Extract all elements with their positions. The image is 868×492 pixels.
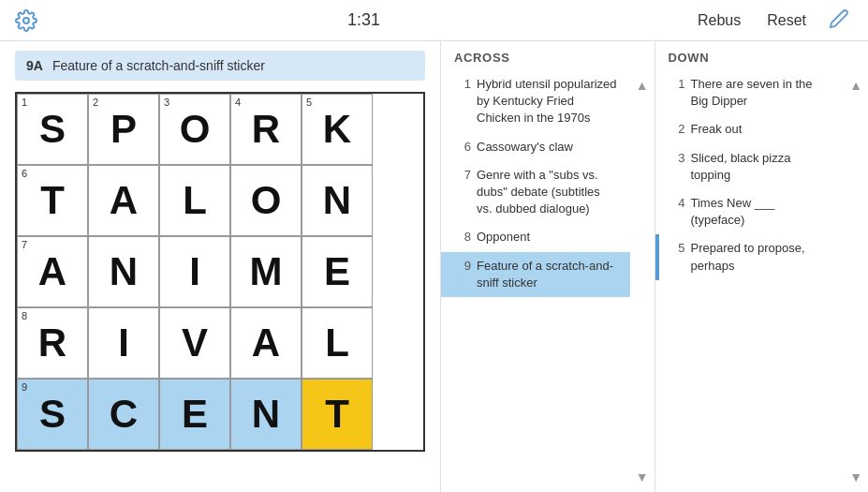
across-scroll-down[interactable]: ▼: [632, 466, 653, 488]
cell-letter: K: [323, 110, 351, 149]
clue-text: Feature of a scratch-and-sniff sticker: [477, 258, 617, 291]
across-scroll-up[interactable]: ▲: [632, 74, 653, 97]
cell-letter: I: [189, 252, 200, 291]
down-clue-item[interactable]: 3Sliced, black pizza topping: [655, 144, 845, 189]
grid-cell[interactable]: C: [88, 379, 159, 450]
clue-number: 9: [454, 258, 471, 291]
grid-cell[interactable]: 6T: [17, 165, 88, 236]
down-scroll-down[interactable]: ▼: [846, 466, 866, 488]
grid-cell[interactable]: L: [302, 307, 373, 379]
pencil-button[interactable]: [825, 5, 853, 36]
clues-panel: ACROSS 1Hybrid utensil popularized by Ke…: [440, 41, 868, 492]
cell-letter: A: [252, 323, 280, 363]
cell-letter: L: [325, 323, 349, 363]
cell-letter: R: [252, 110, 280, 149]
active-clue-number: 9A: [26, 58, 43, 73]
grid-cell[interactable]: L: [159, 165, 230, 236]
down-clue-item[interactable]: 1There are seven in the Big Dipper: [655, 70, 845, 115]
cell-letter: E: [182, 395, 208, 434]
across-clue-item[interactable]: 8Opponent: [441, 223, 630, 251]
clue-text: Opponent: [477, 229, 617, 246]
header-left: [15, 9, 37, 32]
grid-cell[interactable]: I: [159, 236, 230, 307]
pencil-icon: [829, 8, 849, 29]
down-clue-list: 1There are seven in the Big Dipper2Freak…: [655, 70, 845, 492]
active-clue-text: Feature of a scratch-and-sniff sticker: [52, 58, 265, 73]
cell-letter: V: [182, 323, 208, 363]
timer-text: 1:31: [347, 10, 380, 30]
across-section: ACROSS 1Hybrid utensil popularized by Ke…: [441, 41, 655, 492]
clue-number: 1: [454, 76, 471, 127]
down-clue-item[interactable]: 4Times New ___ (typeface): [655, 189, 845, 234]
grid-cell[interactable]: 5K: [302, 94, 373, 165]
grid-cell[interactable]: A: [88, 165, 159, 236]
across-clue-item[interactable]: 6Cassowary's claw: [441, 133, 630, 161]
clue-number: 7: [454, 167, 471, 218]
grid-cell[interactable]: 3O: [159, 94, 230, 165]
across-header: ACROSS: [441, 41, 655, 70]
clue-text: Genre with a "subs vs. dubs" debate (sub…: [477, 167, 617, 218]
grid-cell[interactable]: M: [230, 236, 302, 307]
cell-number: 2: [93, 97, 98, 108]
cell-letter: A: [110, 181, 138, 220]
cell-number: 5: [306, 97, 312, 108]
down-header: DOWN: [655, 41, 869, 70]
rebus-button[interactable]: Rebus: [690, 8, 748, 33]
clue-number: 6: [454, 139, 471, 156]
cell-letter: O: [251, 181, 282, 220]
cell-letter: S: [39, 395, 66, 434]
clue-text: Prepared to propose, perhaps: [691, 240, 831, 274]
grid-cell[interactable]: 2P: [88, 94, 159, 165]
cell-number: 4: [235, 97, 241, 108]
grid-cell[interactable]: 1S: [17, 94, 88, 165]
clue-number: 8: [454, 229, 471, 246]
clue-text: Hybrid utensil popularized by Kentucky F…: [477, 76, 617, 127]
across-clue-item[interactable]: 9Feature of a scratch-and-sniff sticker: [441, 252, 630, 297]
cell-letter: A: [38, 252, 66, 291]
grid-cell[interactable]: O: [230, 165, 302, 236]
settings-icon[interactable]: [15, 9, 37, 32]
cell-letter: T: [325, 395, 349, 434]
clue-text: Sliced, black pizza topping: [691, 150, 831, 184]
grid-cell[interactable]: V: [159, 307, 230, 379]
down-scroll-up[interactable]: ▲: [846, 74, 866, 97]
cell-number: 3: [164, 97, 169, 108]
clue-text: There are seven in the Big Dipper: [691, 76, 831, 110]
main-content: 9A Feature of a scratch-and-sniff sticke…: [0, 41, 868, 492]
svg-point-0: [23, 18, 29, 23]
clue-number: 5: [669, 240, 685, 274]
cell-letter: M: [250, 252, 283, 291]
down-clue-item[interactable]: 5Prepared to propose, perhaps: [655, 234, 845, 279]
puzzle-area: 9A Feature of a scratch-and-sniff sticke…: [0, 41, 440, 492]
clue-text: Times New ___ (typeface): [691, 195, 831, 229]
clue-text: Cassowary's claw: [477, 139, 617, 156]
cell-letter: T: [40, 181, 65, 220]
grid-cell[interactable]: 8R: [17, 307, 88, 379]
grid-cell[interactable]: I: [88, 307, 159, 379]
clue-text: Freak out: [691, 121, 831, 138]
cell-number: 1: [22, 97, 27, 108]
grid-cell[interactable]: A: [230, 307, 302, 379]
grid-cell[interactable]: 4R: [230, 94, 302, 165]
across-scroll-controls: ▲ ▼: [630, 70, 655, 492]
across-clue-item[interactable]: 7Genre with a "subs vs. dubs" debate (su…: [441, 161, 630, 224]
grid-cell[interactable]: 9S: [17, 379, 88, 450]
grid-cell[interactable]: E: [159, 379, 230, 450]
cell-letter: R: [38, 323, 66, 363]
down-clue-item[interactable]: 2Freak out: [655, 115, 845, 143]
grid-cell[interactable]: N: [88, 236, 159, 307]
grid-cell[interactable]: 7A: [17, 236, 88, 307]
grid-cell[interactable]: N: [230, 379, 302, 450]
crossword-grid[interactable]: 1S2P3O4R5K6TALON7ANIME8RIVAL9SCENT: [15, 92, 425, 452]
grid-cell[interactable]: T: [302, 379, 373, 450]
cell-letter: P: [110, 110, 137, 149]
grid-cell[interactable]: E: [302, 236, 373, 307]
across-clue-item[interactable]: 1Hybrid utensil popularized by Kentucky …: [441, 70, 630, 133]
reset-button[interactable]: Reset: [759, 8, 814, 33]
grid-cell[interactable]: N: [302, 165, 373, 236]
cell-letter: L: [183, 181, 207, 220]
header: 1:31 Rebus Reset: [0, 0, 868, 41]
clue-number: 1: [669, 76, 685, 110]
header-right: Rebus Reset: [690, 5, 853, 36]
cell-letter: N: [110, 252, 138, 291]
